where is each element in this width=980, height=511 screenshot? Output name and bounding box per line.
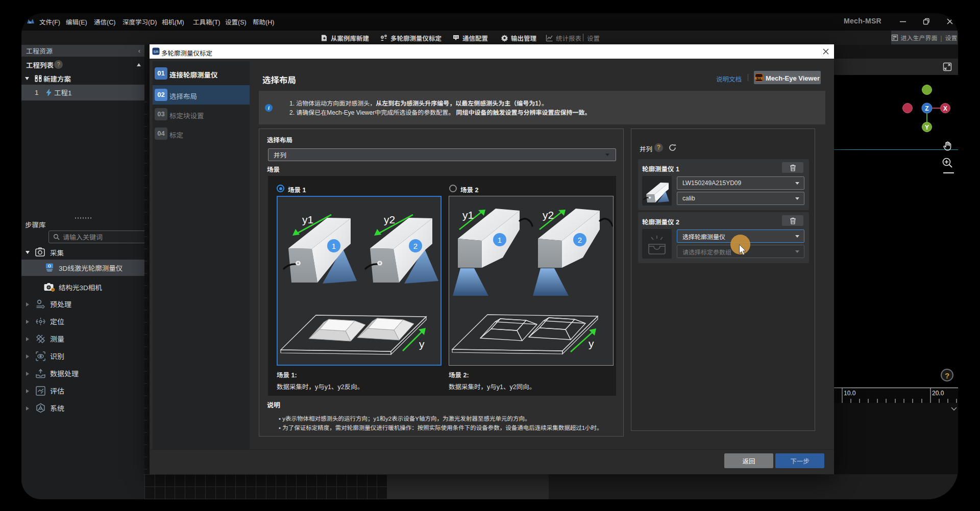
svg-text:y1: y1 (302, 214, 313, 225)
svg-text:Z: Z (925, 105, 928, 112)
svg-text:y2: y2 (384, 214, 395, 225)
svg-text:2: 2 (413, 242, 418, 250)
svg-text:2: 2 (578, 236, 582, 244)
svg-text:X: X (943, 105, 947, 112)
svg-text:y: y (419, 338, 425, 350)
svg-text:1: 1 (332, 242, 336, 250)
svg-text:EYE: EYE (755, 76, 763, 81)
svg-text:10.0: 10.0 (844, 390, 856, 397)
svg-text:y2: y2 (543, 209, 554, 221)
svg-text:y1: y1 (462, 209, 474, 221)
svg-text:Y: Y (925, 124, 929, 131)
svg-text:y: y (589, 338, 594, 349)
svg-text:20.0: 20.0 (932, 390, 944, 397)
svg-text:SR: SR (153, 49, 159, 54)
svg-text:1: 1 (498, 236, 502, 244)
